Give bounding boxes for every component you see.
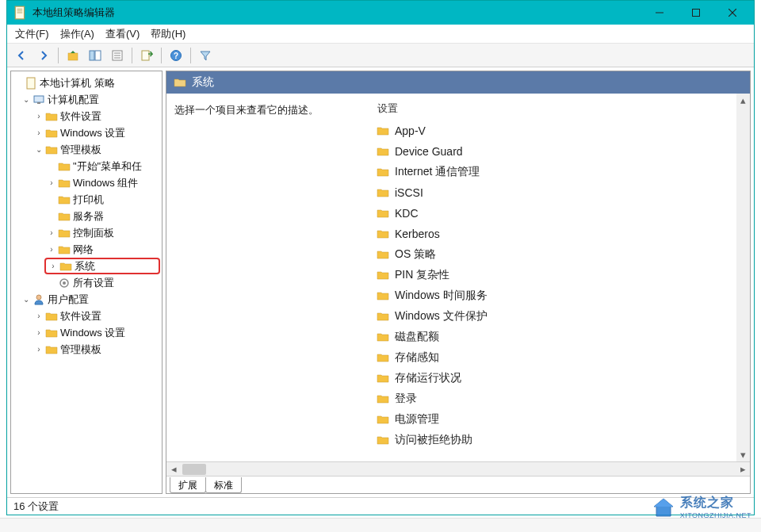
expand-icon[interactable]: ›: [33, 345, 44, 354]
expand-icon[interactable]: ›: [33, 328, 44, 337]
toolbar-separator: [161, 48, 162, 63]
tree-system-selected[interactable]: › 系统: [44, 258, 160, 274]
collapse-icon[interactable]: ⌄: [21, 95, 32, 104]
list-item[interactable]: App-V: [376, 121, 745, 141]
tree-label: Windows 组件: [73, 176, 138, 190]
tab-extended[interactable]: 扩展: [170, 477, 206, 493]
tree-start-menu[interactable]: "开始"菜单和任: [13, 158, 160, 174]
tree-windows-settings[interactable]: › Windows 设置: [13, 124, 160, 141]
svg-rect-5: [693, 10, 700, 17]
tree-control-panel[interactable]: › 控制面板: [13, 224, 160, 241]
maximize-button[interactable]: [678, 1, 714, 25]
list-item[interactable]: PIN 复杂性: [376, 265, 745, 285]
tree-user-config[interactable]: ⌄ 用户配置: [13, 291, 160, 308]
svg-rect-8: [68, 53, 78, 60]
list-item[interactable]: iSCSI: [376, 182, 745, 203]
expand-icon[interactable]: ›: [46, 228, 57, 237]
expand-icon[interactable]: ›: [33, 112, 44, 121]
list-item[interactable]: KDC: [376, 203, 745, 224]
tree-servers[interactable]: 服务器: [13, 208, 160, 224]
list-item[interactable]: Windows 文件保护: [376, 306, 745, 327]
window-title: 本地组策略编辑器: [33, 6, 641, 20]
show-hide-console-tree-button[interactable]: [86, 46, 105, 65]
list-item[interactable]: Internet 通信管理: [376, 162, 745, 182]
list-item[interactable]: 磁盘配额: [376, 327, 745, 347]
list-item[interactable]: 存储感知: [376, 347, 745, 368]
menu-action[interactable]: 操作(A): [60, 27, 94, 41]
toolbar-separator: [132, 48, 132, 63]
vertical-scrollbar[interactable]: ▴ ▾: [736, 94, 750, 461]
tree-computer-config[interactable]: ⌄ 计算机配置: [13, 91, 160, 108]
expand-icon[interactable]: ›: [48, 262, 59, 270]
list-item-label: iSCSI: [395, 186, 423, 199]
tree-windows-settings-user[interactable]: › Windows 设置: [13, 324, 160, 341]
help-button[interactable]: ?: [166, 46, 185, 65]
expand-icon[interactable]: ›: [33, 312, 44, 320]
collapse-icon[interactable]: ⌄: [21, 295, 32, 304]
scroll-left-icon[interactable]: ◂: [166, 462, 181, 477]
scroll-up-icon[interactable]: ▴: [736, 94, 750, 107]
tree-root[interactable]: 本地计算机 策略: [13, 75, 160, 91]
tree-software-settings[interactable]: › 软件设置: [13, 108, 160, 124]
tree-admin-templates-user[interactable]: › 管理模板: [13, 341, 160, 358]
list-item-label: KDC: [395, 207, 419, 220]
folder-icon: [376, 434, 390, 446]
tree-label: 控制面板: [73, 226, 114, 240]
menu-view[interactable]: 查看(V): [105, 27, 140, 41]
minimize-button[interactable]: [641, 1, 678, 25]
title-bar: 本地组策略编辑器: [7, 1, 754, 25]
properties-button[interactable]: [108, 46, 127, 65]
folder-icon: [57, 177, 71, 189]
policy-icon: [24, 77, 38, 90]
svg-rect-10: [95, 51, 101, 60]
menu-help[interactable]: 帮助(H): [151, 27, 185, 41]
tree-printers[interactable]: 打印机: [13, 191, 160, 208]
back-button[interactable]: [12, 46, 31, 65]
tree-pane[interactable]: 本地计算机 策略 ⌄ 计算机配置 › 软件设置 › Windows 设置 ⌄ 管…: [10, 71, 163, 494]
list-item[interactable]: 登录: [376, 388, 745, 409]
folder-icon: [376, 145, 390, 158]
svg-point-22: [63, 281, 66, 285]
list-item[interactable]: 存储运行状况: [376, 368, 745, 388]
tree-windows-components[interactable]: › Windows 组件: [13, 174, 160, 191]
list-item[interactable]: 访问被拒绝协助: [376, 430, 745, 450]
list-pane[interactable]: 设置 App-VDevice GuardInternet 通信管理iSCSIKD…: [371, 94, 750, 461]
close-button[interactable]: [714, 1, 751, 25]
forward-button[interactable]: [34, 46, 53, 65]
list-item[interactable]: OS 策略: [376, 244, 745, 265]
scroll-track[interactable]: [736, 107, 750, 448]
expand-icon[interactable]: ›: [33, 128, 44, 137]
scroll-down-icon[interactable]: ▾: [736, 448, 750, 461]
folder-icon: [44, 110, 59, 123]
horizontal-scrollbar[interactable]: ◂ ▸: [166, 461, 750, 476]
filter-button[interactable]: [196, 46, 215, 65]
svg-point-23: [36, 295, 41, 300]
folder-icon: [57, 210, 71, 223]
tree-software-settings-user[interactable]: › 软件设置: [13, 308, 160, 324]
list-item-label: Windows 时间服务: [395, 289, 488, 303]
list-item[interactable]: Device Guard: [376, 141, 745, 162]
export-button[interactable]: [137, 46, 156, 65]
collapse-icon[interactable]: ⌄: [33, 145, 44, 154]
up-button[interactable]: [63, 46, 82, 65]
tree-all-settings[interactable]: 所有设置: [13, 274, 160, 291]
column-header-settings[interactable]: 设置: [376, 101, 745, 121]
tree-label: "开始"菜单和任: [73, 159, 142, 174]
tree-admin-templates[interactable]: ⌄ 管理模板: [13, 141, 160, 158]
scroll-thumb[interactable]: [182, 464, 206, 475]
scroll-right-icon[interactable]: ▸: [736, 462, 750, 477]
tree-network[interactable]: › 网络: [13, 241, 160, 258]
tab-standard[interactable]: 标准: [205, 477, 242, 493]
watermark-brand: 系统之家: [680, 496, 734, 509]
expand-icon[interactable]: ›: [46, 245, 57, 254]
svg-rect-9: [90, 51, 94, 60]
menu-file[interactable]: 文件(F): [15, 27, 49, 41]
folder-icon: [376, 166, 390, 178]
tree-label: Windows 设置: [60, 326, 125, 340]
settings-icon: [57, 277, 71, 289]
list-item[interactable]: Windows 时间服务: [376, 285, 745, 306]
list-item[interactable]: 电源管理: [376, 409, 745, 430]
folder-icon: [376, 269, 390, 281]
expand-icon[interactable]: ›: [46, 178, 57, 187]
list-item[interactable]: Kerberos: [376, 224, 745, 244]
